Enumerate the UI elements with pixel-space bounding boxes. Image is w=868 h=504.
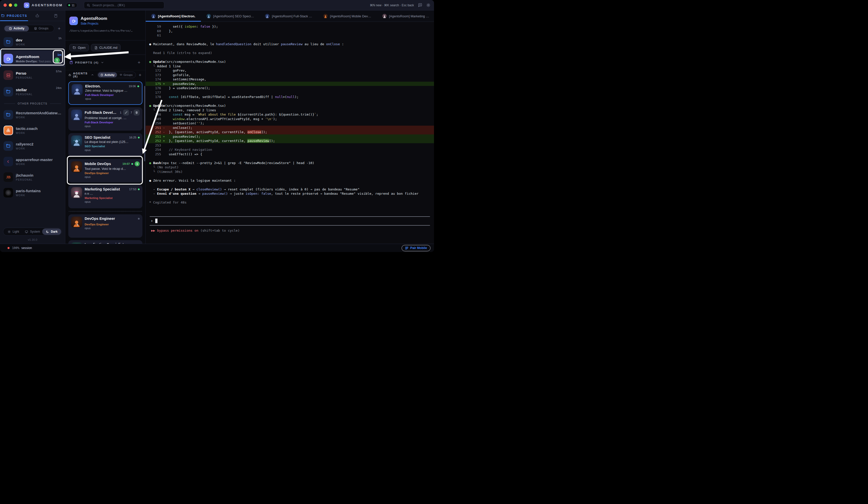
agent-card-localization-specialist[interactable]: Localization Specialist bbox=[68, 240, 142, 244]
running-count: 11 bbox=[72, 4, 75, 7]
project-row-rallyerec2[interactable]: rallyerec2 WORK bbox=[0, 138, 65, 154]
agent-card-mobile-devops[interactable]: Mobile DevOps 19:07 1 Tout passe. Voici … bbox=[68, 159, 142, 182]
agents-scrollbar[interactable] bbox=[144, 86, 145, 161]
search-input[interactable] bbox=[92, 3, 162, 7]
prompts-section-header[interactable]: PROMPTS (4) + bbox=[65, 55, 145, 70]
project-row-paris-funtains[interactable]: paris-funtains WORK bbox=[0, 185, 65, 200]
project-category: PERSONAL bbox=[16, 178, 62, 181]
project-group-link[interactable]: Side Projects bbox=[81, 22, 107, 25]
project-time: 24m bbox=[56, 86, 62, 90]
agent-role: DevOps Engineer bbox=[85, 172, 140, 175]
feedback-icon[interactable] bbox=[418, 3, 422, 7]
tab-avatar bbox=[206, 14, 211, 18]
project-row-recrutementandgateway[interactable]: RecrutementAndGateway WORK bbox=[0, 107, 65, 123]
project-row-jbchauvin[interactable]: JB jbchauvin PERSONAL bbox=[0, 169, 65, 185]
close-window-button[interactable] bbox=[3, 3, 7, 7]
minimize-window-button[interactable] bbox=[9, 3, 12, 7]
theme-dark-label: Dark bbox=[51, 230, 58, 234]
agent-card-full-stack-developer[interactable]: Full-Stack Developer 1 7 Problème trouvé… bbox=[68, 107, 142, 131]
agent-last-message: Tout passe. Voici le récap d… bbox=[85, 167, 140, 171]
running-status-dot bbox=[68, 4, 70, 6]
filter-groups[interactable]: Groups bbox=[29, 25, 53, 31]
session-percent: 100% bbox=[12, 246, 19, 250]
project-title: AgentsRoom bbox=[81, 16, 107, 21]
theme-light-button[interactable]: Light bbox=[4, 228, 23, 235]
agent-time-fragment: 1 bbox=[120, 111, 121, 114]
agent-status-dot bbox=[138, 218, 140, 219]
agent-status-dot bbox=[131, 163, 133, 165]
chevron-up-icon[interactable] bbox=[91, 73, 94, 76]
agent-last-message: Problème trouvé et corrigé. … bbox=[85, 116, 140, 120]
app-version: v1.16.0 bbox=[3, 236, 62, 242]
terminal-tab-full-stack[interactable]: [AgentsRoom] Full-Stack … bbox=[259, 11, 318, 22]
project-detail-panel: AgentsRoom Side Projects /Users/cegedim/… bbox=[65, 11, 146, 244]
project-category: WORK bbox=[16, 147, 62, 150]
project-mug-icon bbox=[69, 17, 78, 25]
layers-icon bbox=[120, 74, 122, 76]
add-project-button[interactable]: + bbox=[57, 25, 62, 31]
tab-prompts[interactable] bbox=[47, 11, 65, 21]
agent-model: opus bbox=[85, 227, 140, 230]
tab-agents[interactable] bbox=[28, 11, 47, 21]
agent-time: 16:25 bbox=[129, 136, 136, 139]
add-agent-button[interactable]: + bbox=[138, 72, 142, 78]
status-bar: 100% session Pair Mobile bbox=[0, 244, 434, 252]
agent-card-electron[interactable]: Electron. 19:06 Zéro erreur. Voici la lo… bbox=[68, 81, 142, 105]
agent-card-marketing-specialist[interactable]: Marketing Specialist 17:53 n n … Marketi… bbox=[68, 185, 142, 208]
terminal-tab-label: [AgentsRoom] SEO Speci… bbox=[213, 14, 254, 18]
terminal-tab-marketing[interactable]: [AgentsRoom] Marketing … bbox=[377, 11, 434, 22]
pair-mobile-label: Pair Mobile bbox=[410, 246, 427, 250]
agent-card-devops-engineer[interactable]: DevOps Engineer DevOps Engineer opus bbox=[68, 214, 142, 238]
top-bar: AGENTSROOM 11 ⌘N new · ⌘K search · Esc b… bbox=[0, 0, 434, 11]
agent-unread-badge: 1 bbox=[135, 161, 140, 166]
bookmark-icon bbox=[69, 61, 73, 64]
theme-system-label: System bbox=[30, 230, 40, 234]
theme-dark-button[interactable]: Dark bbox=[42, 228, 61, 235]
gear-icon[interactable] bbox=[426, 3, 431, 7]
terminal-prompt-input[interactable]: › bbox=[150, 216, 430, 226]
agent-avatar bbox=[71, 243, 82, 244]
agents-filter-groups[interactable]: Groups bbox=[117, 72, 135, 78]
prompts-label: PROMPTS (4) bbox=[75, 61, 99, 64]
project-row-dev[interactable]: dev WORK 1h bbox=[0, 34, 65, 50]
project-time: 1m bbox=[57, 53, 62, 56]
agent-card-seo-specialist[interactable]: SEO Specialist 16:25 Le disque local est… bbox=[68, 133, 142, 156]
edit-agent-button[interactable] bbox=[123, 110, 129, 115]
add-prompt-button[interactable]: + bbox=[137, 60, 142, 65]
project-name: Perso bbox=[16, 71, 53, 75]
app-window: AGENTSROOM 11 ⌘N new · ⌘K search · Esc b… bbox=[0, 0, 434, 252]
terminal-tab-electron[interactable]: [AgentsRoom] Electron. bbox=[146, 11, 201, 22]
agents-label: AGENTS (8) bbox=[73, 72, 89, 78]
search-box bbox=[84, 1, 164, 9]
theme-system-button[interactable]: System bbox=[23, 228, 42, 235]
sun-icon bbox=[8, 230, 11, 234]
claude-md-button[interactable]: CLAUDE.md bbox=[91, 44, 121, 51]
chevron-down-icon[interactable] bbox=[101, 61, 104, 64]
zoom-window-button[interactable] bbox=[14, 3, 17, 7]
robot-icon bbox=[35, 13, 39, 18]
paris-funtains-app-icon bbox=[3, 188, 13, 197]
open-project-button[interactable]: Open bbox=[69, 44, 89, 51]
terminal-tab-mobile-devops[interactable]: [AgentsRoom] Mobile Dev… bbox=[318, 11, 377, 22]
project-row-agentsroom[interactable]: AgentsRoom Mobile DevOps: Tout passe. Vo… bbox=[0, 50, 65, 67]
pair-mobile-button[interactable]: Pair Mobile bbox=[402, 245, 431, 251]
project-name: rallyerec2 bbox=[16, 142, 62, 146]
monitor-icon bbox=[25, 230, 28, 234]
agents-filter-activity[interactable]: Activity bbox=[98, 72, 117, 78]
server-icon bbox=[3, 70, 13, 80]
tab-projects[interactable]: PROJECTS bbox=[0, 11, 28, 21]
agent-role: Full-Stack Developer bbox=[85, 121, 140, 124]
delete-agent-button[interactable] bbox=[134, 110, 140, 115]
running-count-badge: 11 bbox=[66, 3, 78, 8]
session-label: session bbox=[21, 246, 32, 250]
agent-role: Marketing Specialist bbox=[85, 196, 140, 199]
project-row-appcarrefour-master[interactable]: appcarrefour-master WORK bbox=[0, 154, 65, 169]
project-name: stellar bbox=[16, 88, 53, 92]
agent-role: SEO Specialist bbox=[85, 145, 140, 148]
project-row-tactic-coach[interactable]: tactic.coach WORK bbox=[0, 123, 65, 138]
filter-activity[interactable]: Activity bbox=[4, 25, 29, 31]
project-row-stellar[interactable]: stellar PERSONAL 24m bbox=[0, 83, 65, 100]
terminal-tab-seo[interactable]: [AgentsRoom] SEO Speci… bbox=[201, 11, 260, 22]
project-row-perso[interactable]: Perso PERSONAL 57m bbox=[0, 67, 65, 83]
agents-filter-groups-label: Groups bbox=[124, 73, 133, 76]
